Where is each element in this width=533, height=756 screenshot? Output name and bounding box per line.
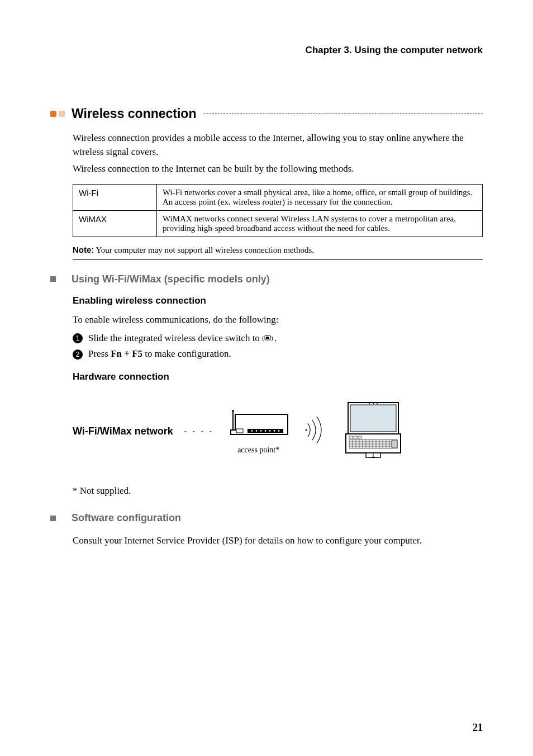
svg-rect-24 [358, 436, 361, 438]
heading-bullets [50, 111, 65, 117]
heading-enabling: Enabling wireless connection [73, 295, 483, 306]
table-row: WiMAX WiMAX networks connect several Wir… [73, 210, 483, 237]
intro-paragraph-2: Wireless connection to the Internet can … [73, 162, 483, 176]
svg-rect-6 [236, 429, 243, 433]
svg-rect-42 [392, 441, 397, 447]
svg-point-12 [269, 430, 270, 432]
wireless-methods-table: Wi-Fi Wi-Fi networks cover a small physi… [73, 184, 483, 237]
step-1: 1 Slide the integrated wireless device s… [73, 330, 483, 347]
svg-rect-17 [350, 405, 396, 432]
svg-point-18 [369, 403, 370, 404]
subsection-title: Using Wi-Fi/WiMax (specific models only) [72, 273, 270, 285]
access-point-icon [225, 408, 292, 441]
step-number-icon: 1 [73, 333, 83, 343]
hardware-diagram: Wi-Fi/WiMax network - - - - access point… [73, 399, 460, 463]
bullet-icon [59, 111, 65, 117]
software-config-text: Consult your Internet Service Provider (… [73, 534, 483, 548]
svg-point-14 [278, 430, 279, 432]
note-block: Note: Your computer may not support all … [73, 245, 483, 260]
subsection-row: Using Wi-Fi/WiMax (specific models only) [50, 273, 483, 285]
svg-point-13 [273, 430, 275, 432]
svg-rect-2 [266, 337, 269, 339]
svg-point-9 [255, 430, 257, 432]
footnote: * Not supplied. [73, 485, 483, 497]
square-bullet-icon [50, 516, 56, 521]
note-text: Your computer may not support all wirele… [94, 245, 314, 254]
svg-point-10 [260, 430, 261, 432]
svg-rect-22 [349, 436, 353, 438]
intro-paragraph-1: Wireless connection provides a mobile ac… [73, 131, 483, 159]
access-point-caption: access point* [225, 446, 292, 455]
svg-rect-23 [354, 436, 357, 438]
wireless-switch-icon: ( ) [262, 333, 274, 345]
svg-point-5 [232, 410, 234, 412]
dotted-line-icon: - - - - [184, 427, 214, 436]
svg-point-20 [377, 403, 378, 404]
table-row: Wi-Fi Wi-Fi networks cover a small physi… [73, 184, 483, 210]
step-2: 2 Press Fn + F5 to make configuration. [73, 346, 483, 362]
subsection-row: Software configuration [50, 512, 483, 524]
enable-intro: To enable wireless communications, do th… [73, 313, 483, 327]
table-term: WiMAX [73, 210, 157, 237]
svg-point-8 [251, 430, 253, 432]
wireless-signal-icon [303, 413, 331, 449]
step-1-text-a: Slide the integrated wireless device swi… [88, 333, 262, 343]
table-desc: Wi-Fi networks cover a small physical ar… [157, 184, 483, 210]
svg-point-15 [305, 429, 307, 431]
svg-point-11 [264, 430, 266, 432]
table-desc: WiMAX networks connect several Wireless … [157, 210, 483, 237]
step-2-key: Fn + F5 [111, 348, 142, 359]
heading-dash-line [204, 114, 483, 114]
step-number-icon: 2 [73, 349, 83, 360]
page-number: 21 [473, 722, 483, 734]
chapter-header: Chapter 3. Using the computer network [50, 45, 483, 56]
access-point-block: access point* [225, 408, 292, 455]
table-term: Wi-Fi [73, 184, 157, 210]
step-1-text-b: . [274, 333, 277, 343]
bullet-icon [50, 111, 56, 117]
heading-hardware: Hardware connection [73, 371, 483, 382]
svg-point-19 [373, 403, 374, 404]
subsection-title: Software configuration [72, 512, 181, 524]
svg-text:): ) [271, 334, 273, 341]
section-title: Wireless connection [72, 106, 196, 121]
note-label: Note: [73, 245, 94, 254]
svg-text:(: ( [262, 334, 264, 341]
step-2-text-a: Press [88, 348, 111, 359]
laptop-icon [342, 399, 404, 463]
section-heading-row: Wireless connection [50, 106, 483, 121]
step-2-text-c: to make configuration. [142, 348, 231, 359]
square-bullet-icon [50, 276, 56, 282]
diagram-label: Wi-Fi/WiMax network [73, 426, 173, 437]
